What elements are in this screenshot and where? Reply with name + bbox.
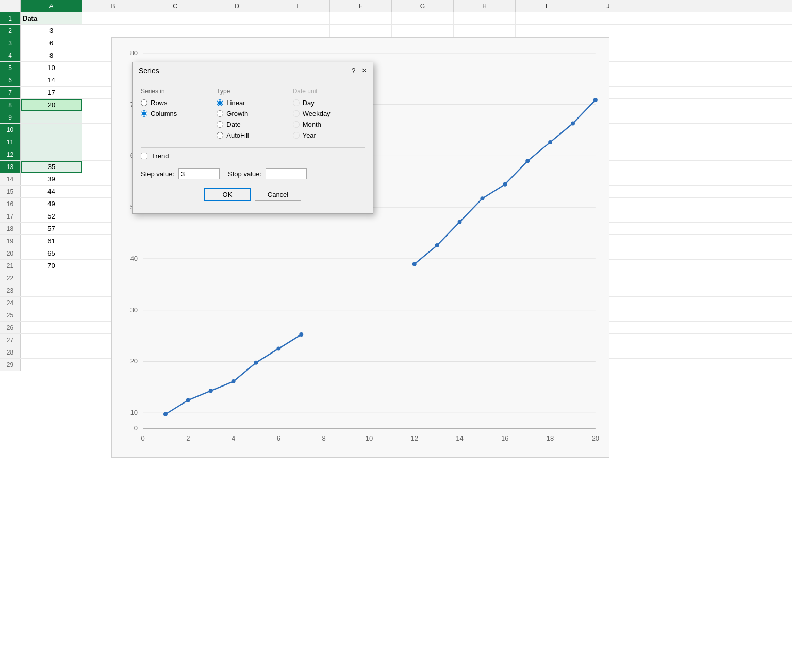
ok-button[interactable]: OK	[204, 188, 251, 201]
year-radio-item[interactable]: Year	[293, 131, 365, 139]
rows-radio-item[interactable]: Rows	[141, 99, 212, 107]
weekday-radio-item[interactable]: Weekday	[293, 110, 365, 117]
step-value-input[interactable]	[178, 168, 220, 179]
dialog-titlebar: Series ? ×	[133, 62, 373, 79]
dialog-body: Series in Rows Columns	[133, 79, 373, 213]
spreadsheet: A B C D E F G H I J 1 Data 2 3	[0, 0, 792, 672]
type-title: Type	[217, 88, 288, 95]
rows-radio[interactable]	[141, 99, 147, 106]
divider	[141, 147, 365, 148]
series-in-title: Series in	[141, 88, 212, 95]
dialog-columns: Series in Rows Columns	[141, 88, 365, 139]
year-radio	[293, 132, 300, 139]
year-label: Year	[303, 131, 316, 139]
growth-radio[interactable]	[217, 110, 223, 117]
stop-value-input[interactable]	[266, 168, 307, 179]
type-radio-group: Linear Growth Date	[217, 99, 288, 139]
columns-label: Columns	[151, 110, 177, 117]
linear-radio[interactable]	[217, 99, 223, 106]
trend-checkbox[interactable]	[141, 153, 147, 159]
date-unit-section: Date unit Day Weekday	[293, 88, 365, 139]
trend-row: Trend	[141, 152, 365, 160]
rows-label: Rows	[151, 99, 168, 107]
autofill-radio[interactable]	[217, 132, 223, 139]
cancel-button[interactable]: Cancel	[255, 188, 301, 201]
linear-radio-item[interactable]: Linear	[217, 99, 288, 107]
growth-label: Growth	[226, 110, 248, 117]
dialog-buttons: OK Cancel	[141, 188, 365, 205]
date-radio[interactable]	[217, 121, 223, 128]
month-radio	[293, 121, 300, 128]
columns-radio[interactable]	[141, 110, 147, 117]
date-radio-item[interactable]: Date	[217, 121, 288, 128]
weekday-label: Weekday	[303, 110, 331, 117]
weekday-radio	[293, 110, 300, 117]
date-unit-title: Date unit	[293, 88, 365, 95]
trend-label[interactable]: Trend	[152, 152, 169, 160]
columns-radio-item[interactable]: Columns	[141, 110, 212, 117]
dialog-controls: ? ×	[352, 66, 367, 75]
autofill-label: AutoFill	[226, 131, 249, 139]
series-dialog: Series ? × Series in Rows	[132, 62, 373, 214]
growth-radio-item[interactable]: Growth	[217, 110, 288, 117]
type-section: Type Linear Growth	[217, 88, 288, 139]
series-in-section: Series in Rows Columns	[141, 88, 212, 139]
day-label: Day	[303, 99, 315, 107]
linear-label: Linear	[226, 99, 245, 107]
dialog-title: Series	[139, 66, 159, 75]
stop-value-label: Stop value:	[228, 170, 261, 178]
close-button[interactable]: ×	[362, 66, 367, 75]
help-button[interactable]: ?	[352, 66, 356, 75]
day-radio	[293, 99, 300, 106]
month-label: Month	[303, 121, 321, 128]
step-value-label: Step value:	[141, 170, 174, 178]
step-stop-row: Step value: Stop value:	[141, 168, 365, 179]
series-in-radio-group: Rows Columns	[141, 99, 212, 117]
day-radio-item[interactable]: Day	[293, 99, 365, 107]
date-label: Date	[226, 121, 240, 128]
autofill-radio-item[interactable]: AutoFill	[217, 131, 288, 139]
month-radio-item[interactable]: Month	[293, 121, 365, 128]
date-unit-radio-group: Day Weekday Month	[293, 99, 365, 139]
dialog-overlay: Series ? × Series in Rows	[0, 0, 792, 672]
